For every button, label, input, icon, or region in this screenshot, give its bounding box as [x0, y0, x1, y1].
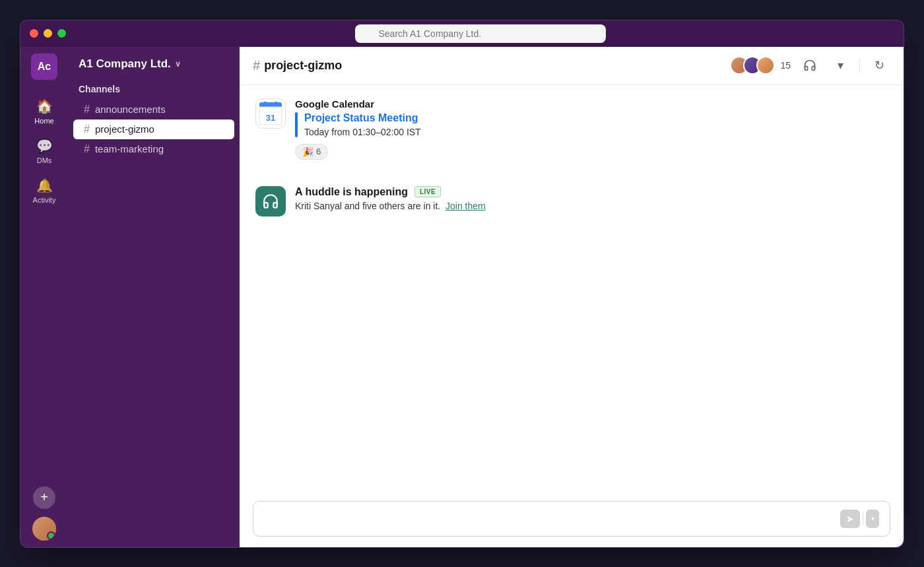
search-wrapper: 🔍: [355, 24, 606, 43]
workspace-name-text: A1 Company Ltd.: [79, 57, 171, 71]
huddle-title-row: A huddle is happening LIVE: [295, 186, 888, 198]
hash-icon-team-marketing: #: [84, 143, 90, 155]
refresh-button[interactable]: ↻: [868, 54, 890, 77]
main-content: # project-gizmo 15 ▾: [240, 47, 904, 547]
message-input-area: ➤ ▾: [240, 493, 904, 547]
workspace-name[interactable]: A1 Company Ltd. ∨: [68, 57, 240, 81]
svg-rect-6: [264, 102, 267, 105]
nav-activity-label: Activity: [33, 196, 56, 204]
message-input[interactable]: [264, 513, 840, 524]
traffic-lights: [30, 29, 66, 38]
channel-item-announcements[interactable]: # announcements: [73, 100, 234, 119]
hash-icon-project-gizmo: #: [84, 123, 90, 135]
chevron-down-icon: ▾: [838, 58, 843, 73]
channel-name-announcements: announcements: [95, 104, 166, 115]
member-avatars[interactable]: 15: [730, 56, 791, 75]
huddle-title: A huddle is happening: [295, 186, 408, 198]
member-avatar-3: [756, 56, 775, 75]
send-button[interactable]: ➤: [840, 510, 860, 528]
main-layout: Ac 🏠 Home 💬 DMs 🔔 Activity + A1 Com: [20, 47, 904, 547]
calendar-event-body: Project Status Meeting Today from 01:30–…: [295, 112, 888, 137]
app-window: 🔍 Ac 🏠 Home 💬 DMs 🔔 Activity +: [20, 20, 904, 548]
calendar-message: 31 Google Calendar Project Status Meetin…: [255, 98, 888, 160]
hash-icon-announcements: #: [84, 104, 90, 116]
workspace-avatar[interactable]: Ac: [31, 53, 57, 80]
huddle-message: A huddle is happening LIVE Kriti Sanyal …: [255, 186, 888, 217]
send-divider: [863, 512, 863, 525]
workspace-chevron-icon: ∨: [175, 59, 181, 69]
nav-dms-label: DMs: [37, 156, 52, 164]
messages-area: 31 Google Calendar Project Status Meetin…: [240, 85, 904, 493]
channel-title-name: project-gizmo: [264, 59, 342, 73]
sidebar-item-activity[interactable]: 🔔 Activity: [24, 172, 64, 209]
add-button[interactable]: +: [33, 486, 55, 509]
channel-title-hash-icon: #: [253, 58, 260, 73]
huddle-description: Kriti Sanyal and five others are in it. …: [295, 201, 888, 211]
calendar-sender: Google Calendar: [295, 98, 888, 110]
title-bar: 🔍: [20, 20, 904, 47]
sidebar-item-dms[interactable]: 💬 DMs: [24, 133, 64, 170]
channel-header: # project-gizmo 15 ▾: [240, 47, 904, 85]
calendar-content: Google Calendar Project Status Meeting T…: [295, 98, 888, 160]
reaction-button[interactable]: 🎉 6: [295, 144, 328, 160]
reaction-emoji: 🎉: [302, 147, 314, 157]
sidebar-item-home[interactable]: 🏠 Home: [24, 93, 64, 130]
maximize-button[interactable]: [57, 29, 66, 38]
activity-icon: 🔔: [36, 178, 53, 193]
live-badge: LIVE: [414, 186, 441, 197]
huddle-headphone-icon: [262, 193, 279, 210]
title-search-wrapper: 🔍: [66, 24, 894, 43]
send-chevron-icon: ▾: [871, 515, 874, 522]
nav-home-label: Home: [34, 117, 53, 125]
refresh-icon: ↻: [874, 58, 884, 73]
headphone-icon: [803, 59, 816, 72]
huddle-button[interactable]: [799, 54, 821, 77]
channel-name-team-marketing: team-marketing: [95, 143, 164, 154]
home-icon: 🏠: [36, 98, 53, 114]
calendar-left-bar: [295, 112, 298, 137]
reaction-count: 6: [316, 147, 321, 156]
gcal-svg: 31: [259, 102, 282, 125]
avatar-face: [32, 517, 56, 541]
dms-icon: 💬: [36, 138, 53, 154]
channel-name-project-gizmo: project-gizmo: [95, 123, 154, 135]
member-count: 15: [780, 60, 791, 71]
message-input-box: ➤ ▾: [253, 501, 890, 537]
svg-text:31: 31: [266, 113, 275, 123]
svg-rect-7: [275, 102, 277, 105]
channel-item-project-gizmo[interactable]: # project-gizmo: [73, 119, 234, 139]
channels-header: Channels: [68, 81, 240, 100]
search-input[interactable]: [355, 24, 606, 43]
icon-rail: Ac 🏠 Home 💬 DMs 🔔 Activity +: [20, 47, 68, 547]
huddle-icon: [255, 186, 286, 217]
reaction-bar: 🎉 6: [295, 144, 888, 160]
user-avatar[interactable]: [32, 517, 56, 541]
header-divider: [859, 59, 860, 72]
huddle-desc-text: Kriti Sanyal and five others are in it.: [295, 201, 440, 211]
huddle-content: A huddle is happening LIVE Kriti Sanyal …: [295, 186, 888, 211]
sidebar: A1 Company Ltd. ∨ Channels # announcemen…: [68, 47, 240, 547]
minimize-button[interactable]: [44, 29, 52, 38]
calendar-event-details: Project Status Meeting Today from 01:30–…: [304, 112, 421, 137]
google-calendar-icon: 31: [255, 98, 286, 129]
join-huddle-link[interactable]: Join them: [446, 201, 486, 211]
channel-item-team-marketing[interactable]: # team-marketing: [73, 139, 234, 159]
close-button[interactable]: [30, 29, 38, 38]
send-dropdown-button[interactable]: ▾: [866, 510, 879, 528]
send-icon: ➤: [846, 514, 854, 524]
event-title[interactable]: Project Status Meeting: [304, 112, 421, 124]
channel-title: # project-gizmo: [253, 58, 342, 73]
dropdown-button[interactable]: ▾: [829, 54, 851, 77]
event-time: Today from 01:30–02:00 IST: [304, 127, 421, 137]
